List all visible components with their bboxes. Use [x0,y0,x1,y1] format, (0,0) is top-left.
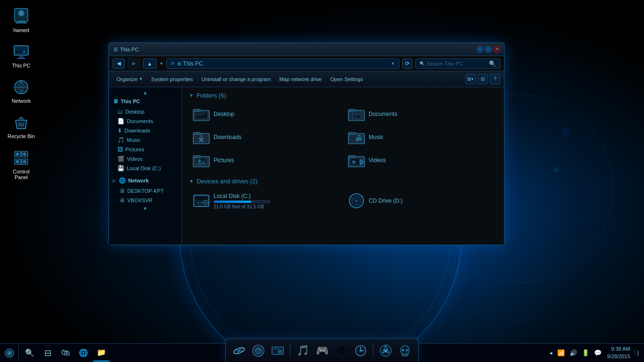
taskbar-task-view[interactable]: ⊟ [39,345,56,362]
svg-point-90 [406,349,408,351]
downloads-folder-icon [193,130,210,145]
svg-rect-55 [348,156,355,157]
cddrive-info: CD Drive (D:) [369,197,403,204]
minimize-button[interactable]: ─ [477,46,483,53]
svg-rect-47 [348,132,355,134]
folder-item-music[interactable]: Music [344,127,497,148]
map-network-button[interactable]: Map network drive [276,74,326,84]
maximize-button[interactable]: □ [485,46,492,53]
dock-icon-2[interactable] [250,342,267,359]
taskbar-explorer-active[interactable]: 📁 [93,345,110,362]
thispc-icon [12,42,31,61]
network-label: Network [12,98,31,104]
sidebar-item-music[interactable]: 🎵 Music [109,135,182,145]
folders-section-title: Folders (6) [197,92,226,99]
tray-notification[interactable]: 💬 [593,349,603,356]
sidebar-item-thispc[interactable]: 🖥 This PC [109,96,182,107]
localc-size: 21.0 GB free of 31.5 GB [214,204,270,209]
search-placeholder: Search This PC [427,61,489,66]
sidebar-item-desktop-kp[interactable]: 🖥 DESKTOP-KPT [109,186,182,196]
tray-battery[interactable]: 🔋 [580,349,591,356]
sidebar-scroll-down[interactable]: ▼ [109,205,182,212]
sidebar-item-documents[interactable]: 📄 Documents [109,116,182,126]
clock-date: 9/28/2015 [607,353,630,360]
dock-icon-skull[interactable] [396,342,413,359]
folder-item-pictures[interactable]: Pictures [189,150,342,171]
svg-point-48 [356,138,359,141]
sidebar-item-desktop[interactable]: 🗂 Desktop [109,107,182,116]
view-options-button[interactable]: ⊞ ▼ [465,74,476,84]
window-title: This PC [120,47,139,52]
svg-point-72 [8,352,10,354]
folder-item-desktop[interactable]: Desktop [189,104,342,124]
close-button[interactable]: ✕ [494,46,500,53]
folder-item-downloads[interactable]: Downloads [189,127,342,148]
documents-folder-name: Documents [369,111,397,117]
help-button[interactable]: ? [490,74,500,84]
refresh-button[interactable]: ⟳ [402,58,413,69]
uninstall-button[interactable]: Uninstall or change a program [198,74,274,84]
back-button[interactable]: ◀ [113,58,125,69]
sidebar-item-localdisk[interactable]: 💾 Local Disk (C:) [109,164,182,173]
search-box[interactable]: 🔍 Search This PC 🔍 [415,58,500,69]
organize-button[interactable]: Organize ▼ [113,74,147,84]
drive-item-localc[interactable]: Local Disk (C:) 21.0 GB free of 31.5 GB [189,189,342,212]
address-input[interactable]: ⟳ 🖥 This PC ▼ [166,58,399,69]
desktop-icon-network[interactable]: Network [5,75,38,106]
desktop-icon-hamed[interactable]: hamed [5,5,38,35]
dock-icon-6[interactable]: ⚙ [333,342,350,359]
title-bar: 🖥 This PC ─ □ ✕ [109,43,504,56]
sidebar-scroll-up[interactable]: ▲ [109,89,182,96]
svg-rect-59 [195,197,207,200]
sidebar-item-downloads[interactable]: ⬇ Downloads [109,126,182,135]
dock-icon-5[interactable]: 🎮 [314,342,330,359]
sidebar-item-vboxsvr[interactable]: 🖥 VBOXSVR [109,196,182,205]
main-panel: ▼ Folders (6) Desktop [182,87,504,245]
dock-icon-7[interactable] [352,342,369,359]
tray-volume[interactable]: 🔊 [568,349,578,356]
drives-grid: Local Disk (C:) 21.0 GB free of 31.5 GB [189,189,497,212]
folders-section-header: ▼ Folders (6) [189,92,497,99]
drives-collapse-arrow[interactable]: ▼ [189,179,194,184]
drive-item-cddrive[interactable]: CD Drive (D:) [344,189,497,212]
start-button[interactable] [0,344,19,362]
window-controls: ─ □ ✕ [477,46,500,53]
view-tiles-button[interactable]: ⊟ [478,74,488,84]
network-expand-icon: ▷ [113,179,116,183]
videos-folder-name: Videos [369,157,386,164]
up-button[interactable]: ▲ [143,58,157,69]
sidebar-item-pictures[interactable]: 🖼 Pictures [109,145,182,154]
dock-icon-4[interactable]: 🎵 [294,342,311,359]
cddrive-name: CD Drive (D:) [369,197,403,204]
dock-icon-1[interactable] [231,342,248,359]
forward-button[interactable]: ▶ [128,58,140,69]
system-properties-button[interactable]: System properties [148,74,197,84]
tray-network[interactable]: 📶 [556,349,566,356]
localdisk-sidebar-icon: 💾 [117,165,124,172]
dock-icon-3[interactable] [269,342,286,359]
open-settings-button[interactable]: Open Settings [326,74,367,84]
clock[interactable]: 9:38 AM 9/28/2015 [605,346,633,360]
thispc-label: This PC [12,63,30,68]
taskbar-edge[interactable]: 🌐 [75,345,92,362]
desktop-icon-thispc[interactable]: This PC [5,40,38,71]
svg-rect-14 [19,56,24,58]
taskbar-icons: 🔍 ⊟ 🛍 🌐 📁 [19,345,112,362]
desktop-icon-recycle[interactable]: Recycle Bin [5,111,38,141]
sidebar-item-videos[interactable]: 🎬 Videos [109,154,182,164]
tray-chevron[interactable]: ◂ [548,349,554,356]
svg-rect-44 [193,132,200,134]
sidebar-section-network[interactable]: ▷ 🌐 Network [109,175,182,186]
control-label: Control Panel [7,169,35,180]
folder-item-videos[interactable]: Videos [344,150,497,171]
svg-point-31 [23,160,26,163]
dock-icon-alienware[interactable] [377,342,394,359]
show-desktop-button[interactable]: | [635,349,640,356]
taskbar-store[interactable]: 🛍 [57,345,74,362]
folders-collapse-arrow[interactable]: ▼ [189,93,194,98]
svg-point-18 [23,50,25,53]
desktop-icon-control[interactable]: Control Panel [5,146,38,182]
folder-item-documents[interactable]: Documents [344,104,497,124]
taskbar-search[interactable]: 🔍 [21,345,38,362]
svg-point-49 [359,138,362,140]
